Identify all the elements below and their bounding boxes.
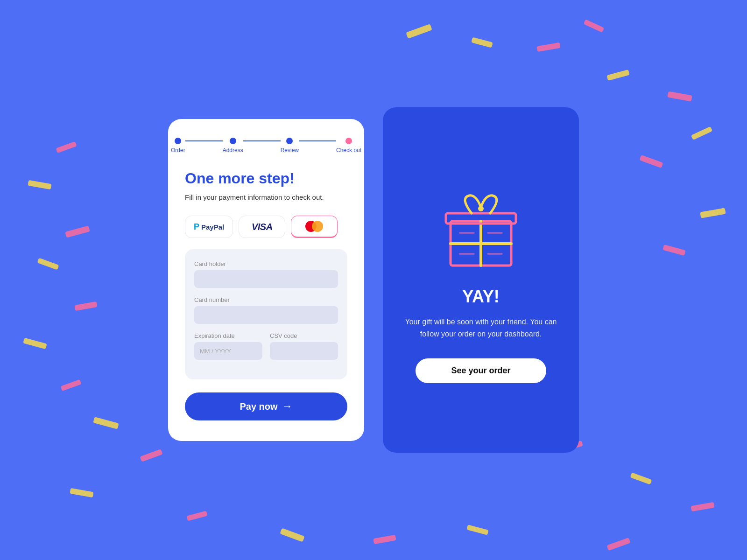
pay-arrow-icon: → xyxy=(282,400,293,413)
expiry-label: Expiration date xyxy=(194,332,262,339)
page-heading: One more step! xyxy=(185,170,347,187)
step-dot-address xyxy=(230,138,236,144)
yay-subtitle: Your gift will be soon with your friend.… xyxy=(400,316,562,340)
payment-methods: P PayPal VISA xyxy=(185,216,347,238)
step-label-address: Address xyxy=(223,147,243,154)
step-label-checkout: Check out xyxy=(336,147,361,154)
paypal-button[interactable]: P PayPal xyxy=(185,216,233,238)
step-order: Order xyxy=(171,138,185,154)
expiry-group: Expiration date xyxy=(194,332,262,360)
cardholder-group: Card holder xyxy=(194,260,338,288)
checkout-card: Order Address Review Check out One more … xyxy=(168,119,364,441)
step-dot-review xyxy=(286,138,293,144)
cardholder-label: Card holder xyxy=(194,260,338,267)
see-order-button[interactable]: See your order xyxy=(416,358,546,383)
cardnumber-label: Card number xyxy=(194,296,338,303)
gift-icon xyxy=(434,177,528,270)
expiry-input[interactable] xyxy=(194,342,262,360)
step-dot-checkout xyxy=(345,138,352,144)
pay-now-label: Pay now xyxy=(240,401,277,412)
cardnumber-group: Card number xyxy=(194,296,338,324)
visa-button[interactable]: VISA xyxy=(239,216,285,238)
csv-group: CSV code xyxy=(270,332,338,368)
yay-title: YAY! xyxy=(462,287,499,307)
csv-label: CSV code xyxy=(270,332,338,339)
step-dot-order xyxy=(175,138,181,144)
stepper: Order Address Review Check out xyxy=(185,138,347,154)
card-form: Card holder Card number Expiration date … xyxy=(185,249,347,379)
step-line-2 xyxy=(243,140,281,141)
cardholder-input[interactable] xyxy=(194,270,338,288)
page-subheading: Fill in your payment information to chec… xyxy=(185,192,347,203)
paypal-label: PayPal xyxy=(201,223,224,231)
step-label-review: Review xyxy=(281,147,299,154)
mastercard-button[interactable] xyxy=(291,216,338,238)
step-line-3 xyxy=(299,140,336,141)
svg-point-4 xyxy=(478,206,484,211)
mastercard-icon xyxy=(305,221,323,232)
step-review: Review xyxy=(281,138,299,154)
pay-now-button[interactable]: Pay now → xyxy=(185,392,347,420)
step-address: Address xyxy=(223,138,243,154)
visa-label: VISA xyxy=(252,222,273,232)
step-label-order: Order xyxy=(171,147,185,154)
confirmation-card: YAY! Your gift will be soon with your fr… xyxy=(383,107,579,453)
paypal-icon: P xyxy=(194,222,199,232)
csv-input[interactable] xyxy=(270,342,338,360)
step-line-1 xyxy=(185,140,223,141)
expiry-csv-row: Expiration date CSV code xyxy=(194,332,338,368)
step-checkout: Check out xyxy=(336,138,361,154)
cardnumber-input[interactable] xyxy=(194,306,338,324)
